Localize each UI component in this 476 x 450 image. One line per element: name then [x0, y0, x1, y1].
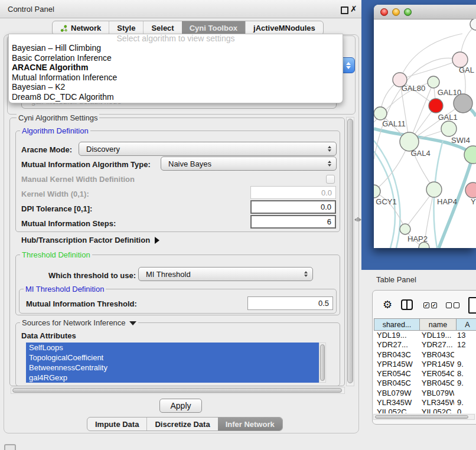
tab-cyni-toolbox[interactable]: Cyni Toolbox — [182, 21, 245, 35]
network-node-gal10[interactable] — [428, 76, 439, 88]
expand-arrow-icon — [155, 237, 159, 244]
column-header-name[interactable]: name — [420, 318, 457, 331]
algorithm-option[interactable]: Bayesian – Hill Climbing — [9, 43, 343, 53]
table-row[interactable]: YDL19...YDL19...13 — [374, 331, 476, 340]
table-header: shared... name A — [374, 318, 476, 331]
algorithm-option[interactable]: Mutual Information Inference — [9, 73, 343, 83]
algorithm-option[interactable]: Basic Correlation Inference — [9, 53, 343, 63]
network-node-hap4[interactable] — [426, 182, 442, 197]
table-cell: YPR145W — [419, 360, 454, 369]
data-attribute-item[interactable]: SelfLoops — [26, 343, 319, 353]
checked-checkboxes-icon[interactable]: ✓✓ — [423, 302, 437, 308]
tab-jactivemnodules[interactable]: jActiveMNodules — [245, 21, 323, 35]
network-node-hap2[interactable] — [400, 224, 410, 234]
manual-kernel-checkbox[interactable] — [326, 175, 335, 184]
tab-discretize-data[interactable]: Discretize Data — [146, 418, 217, 431]
tab-select[interactable]: Select — [143, 21, 181, 35]
algorithm-option[interactable]: Dream8 DC_TDC Algorithm — [9, 92, 343, 102]
unchecked-checkboxes-icon[interactable] — [446, 302, 459, 308]
network-node[interactable] — [454, 94, 472, 113]
mi-type-combo[interactable]: Naive Bayes — [161, 156, 337, 171]
dropdown-prompt: Select algorithm to view settings — [9, 34, 343, 43]
mac-close-button[interactable] — [380, 8, 388, 16]
column-header-shared-name[interactable]: shared... — [374, 318, 420, 331]
which-threshold-combo[interactable]: MI Threshold — [138, 267, 313, 281]
focused-combo-stepper[interactable] — [342, 57, 355, 73]
partial-button[interactable] — [4, 444, 16, 450]
table-hscrollbar[interactable] — [373, 414, 475, 420]
combo-stepper-icon — [328, 161, 331, 167]
algorithm-dropdown: Select algorithm to view settings Bayesi… — [8, 34, 343, 103]
table-cell: YPR145W — [374, 360, 419, 369]
dpi-tolerance-field[interactable]: 0.0 — [250, 200, 336, 214]
mi-type-label: Mutual Information Algorithm Type: — [21, 160, 151, 169]
table-row[interactable]: YIL052CYIL052C0. — [374, 407, 476, 413]
aracne-mode-label: Aracne Mode: — [21, 145, 72, 154]
network-node[interactable] — [470, 19, 476, 30]
network-node-label: Y — [471, 197, 476, 206]
float-window-icon[interactable] — [341, 6, 348, 14]
network-node-label: GAL11 — [382, 119, 406, 128]
hub-definition-toggle[interactable]: Hub/Transcription Factor Definition — [21, 236, 159, 244]
network-window-titlebar[interactable] — [374, 5, 476, 19]
cyni-settings-title: Cyni Algorithm Settings — [17, 113, 99, 122]
hub-definition-label: Hub/Transcription Factor Definition — [21, 236, 150, 244]
table-row[interactable]: YBR043CYBR043C — [374, 350, 476, 360]
table-row[interactable]: YLR345WYLR345W9. — [374, 398, 476, 407]
network-node-label: GAL80 — [402, 84, 425, 93]
sources-title-row[interactable]: Sources for Network Inference — [20, 318, 138, 327]
tab-impute-data[interactable]: Impute Data — [87, 418, 146, 431]
close-icon[interactable]: ✗ — [350, 4, 357, 14]
table-cell: YER054C — [419, 369, 454, 379]
table-row[interactable]: YBR045CYBR045C9. — [374, 379, 476, 388]
table-cell: YDL19... — [374, 331, 419, 340]
aracne-mode-combo[interactable]: Discovery — [79, 142, 337, 156]
table-cell — [454, 350, 476, 360]
tab-network[interactable]: Network — [53, 21, 109, 35]
settings-vscrollbar-thumb[interactable] — [347, 119, 353, 383]
table-row[interactable]: YBL079WYBL079W — [374, 389, 476, 398]
tab-label: Network — [71, 24, 101, 32]
mi-threshold-field[interactable]: 0.5 — [247, 296, 333, 310]
network-node-gal11[interactable] — [374, 107, 387, 120]
resize-cursor — [354, 217, 361, 221]
table-row[interactable]: YPR145WYPR145W9. — [374, 360, 476, 369]
table-cell: 9. — [454, 360, 476, 369]
apply-button[interactable]: Apply — [159, 399, 202, 413]
algorithm-option[interactable]: ARACNE Algorithm — [9, 63, 343, 73]
tab-style[interactable]: Style — [109, 21, 143, 35]
table-hscrollbar-thumb[interactable] — [375, 415, 468, 419]
mac-zoom-button[interactable] — [404, 8, 412, 16]
data-attribute-item[interactable]: TopologicalCoefficient — [26, 353, 319, 363]
table-cell: YBR043C — [374, 350, 419, 360]
network-node-swi4[interactable] — [441, 121, 457, 136]
table-cell: 9. — [454, 398, 476, 407]
mi-steps-field[interactable]: 6 — [250, 215, 336, 229]
column-header-a[interactable]: A — [457, 318, 476, 331]
settings-hscrollbar[interactable] — [11, 387, 345, 394]
network-canvas[interactable]: GALGAL80GAL10GAL1GAL11SWI4GAL4GCY1HAP4YH… — [374, 19, 476, 248]
table-cell: 9. — [454, 379, 476, 388]
mi-steps-label: Mutual Information Steps: — [21, 219, 116, 228]
split-columns-icon[interactable] — [401, 299, 413, 310]
network-node-y[interactable] — [465, 182, 476, 198]
combo-stepper-icon — [304, 271, 308, 277]
sources-vscrollbar-thumb[interactable] — [320, 344, 325, 381]
table-cell: YIL052C — [419, 407, 454, 413]
tab-infer-network[interactable]: Infer Network — [218, 418, 282, 431]
table-row[interactable]: YER054CYER054C8. — [374, 369, 476, 379]
algorithm-option[interactable]: Bayesian – K2 — [9, 82, 343, 92]
data-attribute-item[interactable]: BetweennessCentrality — [26, 363, 319, 373]
sources-vscrollbar[interactable] — [319, 343, 326, 383]
settings-vscrollbar[interactable] — [346, 117, 354, 386]
settings-hscrollbar-thumb[interactable] — [12, 388, 342, 393]
network-node-label: GCY1 — [376, 197, 396, 206]
network-node-gal1[interactable] — [429, 99, 443, 113]
network-node-label: GAL — [459, 66, 474, 74]
mac-minimize-button[interactable] — [392, 8, 400, 16]
settings-gear-icon[interactable]: ⚙ — [383, 298, 392, 311]
table-row[interactable]: YDR27...YDR27...12 — [374, 340, 476, 350]
data-attribute-item[interactable]: gal4RGexp — [26, 373, 319, 383]
table-cell: YDR27... — [374, 340, 419, 350]
file-icon[interactable] — [468, 297, 476, 314]
